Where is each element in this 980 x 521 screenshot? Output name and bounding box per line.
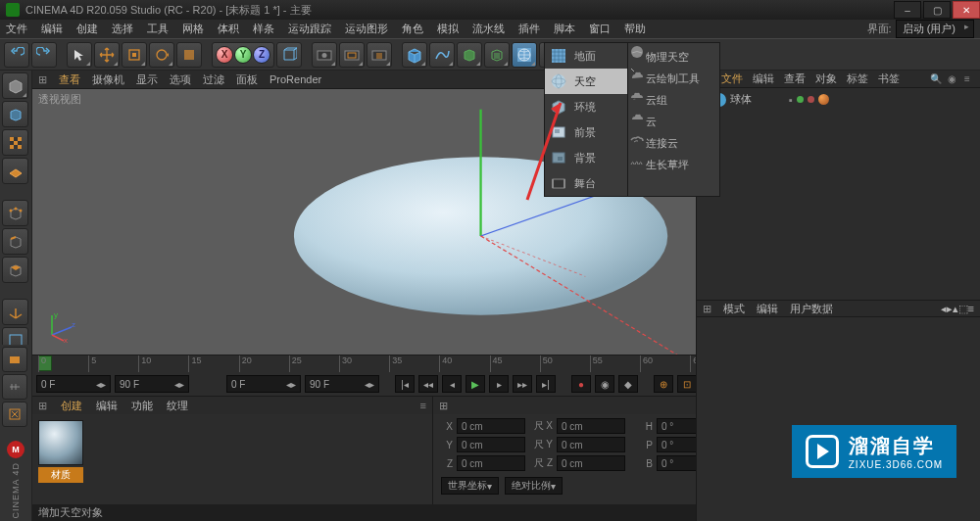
obj-tab-bookmark[interactable]: 书签 [878,71,900,86]
pos-x-field[interactable]: 0 cm [457,418,525,434]
next-key-button[interactable]: ▸▸ [513,375,532,393]
visibility-render-dot[interactable] [808,96,814,103]
menu-pipeline[interactable]: 流水线 [472,22,505,36]
size-x-field[interactable]: 0 cm [557,418,625,434]
model-mode-button[interactable] [2,101,28,127]
obj-tab-object[interactable]: 对象 [815,71,837,86]
env2-item-2[interactable]: 云组 [628,86,719,108]
mat-tab-tex[interactable]: 纹理 [167,399,188,413]
key-scale-button[interactable]: ⊡ [677,375,697,393]
phong-tag-icon[interactable] [818,94,829,105]
obj-tab-tag[interactable]: 标签 [847,71,868,86]
menu-create[interactable]: 创建 [76,22,98,36]
minimize-button[interactable]: – [894,1,921,19]
mat-tab-edit[interactable]: 编辑 [96,399,118,413]
env2-item-4[interactable]: 连接云 [628,129,719,151]
autokey-button[interactable]: ◉ [595,375,614,393]
env2-item-1[interactable]: 云绘制工具 [628,65,719,86]
vp-tab-display[interactable]: 显示 [136,72,158,87]
workplane-button[interactable] [2,158,28,184]
obj-tab-edit[interactable]: 编辑 [753,71,774,86]
next-frame-button[interactable]: ▸ [489,375,509,393]
menu-window[interactable]: 窗口 [589,22,611,36]
attr-tab-edit[interactable]: 编辑 [757,302,778,316]
visibility-editor-dot[interactable] [797,96,804,103]
point-mode-button[interactable] [2,200,28,226]
mat-tab-create[interactable]: 创建 [61,399,82,413]
key-pos-button[interactable]: ⊕ [654,375,673,393]
menu-select[interactable]: 选择 [112,22,133,36]
vp-tab-panel[interactable]: 面板 [236,72,258,87]
menu-help[interactable]: 帮助 [624,22,646,36]
pos-z-field[interactable]: 0 cm [457,455,525,471]
range-start-field[interactable]: 0 F◂▸ [36,375,111,393]
add-environment-button[interactable] [512,42,537,68]
go-end-button[interactable]: ▸| [536,375,556,393]
object-manager[interactable]: ▾ 球体 ▪ [697,88,980,300]
prev-key-button[interactable]: ◂◂ [418,375,438,393]
vp-tab-filter[interactable]: 过滤 [203,72,224,87]
object-row-sphere[interactable]: ▾ 球体 ▪ [703,92,974,107]
layout-select[interactable]: 启动 (用户) [896,20,974,38]
eye-icon[interactable]: ◉ [945,72,958,86]
record-button[interactable]: ● [571,375,591,393]
size-y-field[interactable]: 0 cm [557,437,625,452]
env2-item-0[interactable]: 物理天空 [628,43,719,65]
add-deformer-button[interactable] [484,42,510,68]
max-frame-field[interactable]: 90 F◂▸ [305,375,379,393]
env2-item-5[interactable]: 生长草坪 [628,151,719,172]
attribute-manager[interactable] [697,317,980,521]
pos-y-field[interactable]: 0 cm [457,437,525,452]
keyframe-sel-button[interactable]: ◆ [618,375,638,393]
vp-tab-options[interactable]: 选项 [170,72,191,87]
material-thumbnail[interactable] [38,420,83,465]
lock-icon[interactable]: ⬚ [958,303,968,314]
timeline-opt3-button[interactable] [2,402,27,427]
live-select-tool[interactable] [67,42,92,68]
enable-axis-button[interactable] [2,299,28,325]
panel-menu-icon[interactable]: ≡ [968,303,974,314]
coord-mode-select[interactable]: 世界坐标 ▾ [441,477,499,495]
last-tool[interactable] [176,42,202,68]
menu-character[interactable]: 角色 [402,22,423,36]
menu-plugins[interactable]: 插件 [518,22,540,36]
add-spline-button[interactable] [429,42,455,68]
polygon-mode-button[interactable] [2,257,28,283]
size-z-field[interactable]: 0 cm [557,455,625,471]
menu-volume[interactable]: 体积 [218,22,239,36]
search-icon[interactable]: 🔍 [929,72,943,86]
menu-file[interactable]: 文件 [6,22,27,36]
range-end-field[interactable]: 90 F◂▸ [115,375,189,393]
menu-script[interactable]: 脚本 [554,22,575,36]
scale-mode-select[interactable]: 绝对比例 ▾ [505,477,563,495]
attr-tab-mode[interactable]: 模式 [723,302,745,316]
close-button[interactable]: ✕ [953,1,980,19]
texture-mode-button[interactable] [2,129,28,156]
rotate-tool[interactable] [149,42,174,68]
obj-tab-file[interactable]: 文件 [721,71,743,86]
undo-button[interactable] [4,42,29,68]
menu-edit[interactable]: 编辑 [41,22,63,36]
go-start-button[interactable]: |◂ [395,375,415,393]
vp-tab-camera[interactable]: 摄像机 [92,72,124,87]
edge-mode-button[interactable] [2,228,28,255]
vp-tab-prorender[interactable]: ProRender [270,73,321,85]
render-view-button[interactable] [312,42,337,68]
panel-menu-icon[interactable]: ≡ [420,400,426,411]
coord-system-button[interactable] [276,42,302,68]
panel-menu-icon[interactable]: ≡ [960,72,974,86]
axis-lock-xyz[interactable]: XYZ [212,42,274,68]
attr-tab-userdata[interactable]: 用户数据 [790,302,833,316]
vp-tab-view[interactable]: 查看 [59,72,80,87]
menu-motiontrack[interactable]: 运动跟踪 [288,22,331,36]
menu-tools[interactable]: 工具 [147,22,169,36]
maximize-button[interactable]: ▢ [923,1,951,19]
add-cube-button[interactable] [402,42,427,68]
make-editable-button[interactable] [2,72,28,99]
material-name[interactable]: 材质 [38,467,83,483]
render-region-button[interactable] [339,42,365,68]
current-frame-field[interactable]: 0 F◂▸ [226,375,301,393]
redo-button[interactable] [31,42,57,68]
mat-tab-func[interactable]: 功能 [131,399,153,413]
prev-frame-button[interactable]: ◂ [442,375,462,393]
